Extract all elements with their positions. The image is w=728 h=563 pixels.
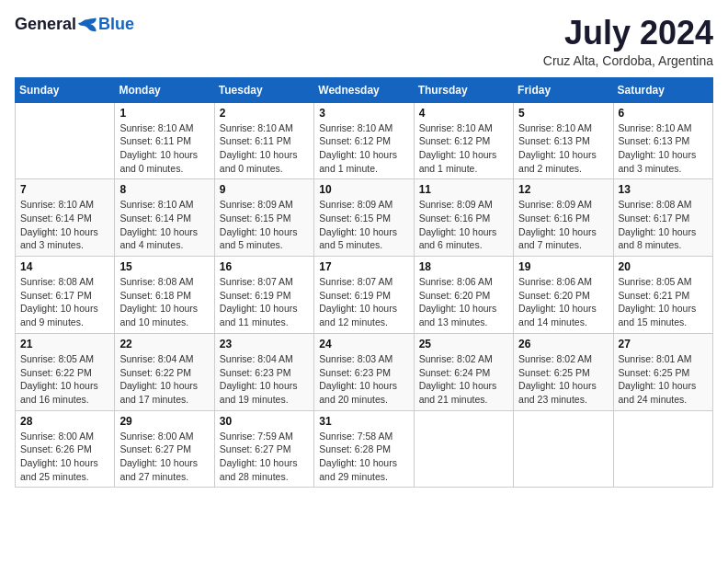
calendar-cell: 11Sunrise: 8:09 AMSunset: 6:16 PMDayligh… xyxy=(414,179,513,257)
calendar-cell: 28Sunrise: 8:00 AMSunset: 6:26 PMDayligh… xyxy=(16,410,115,488)
calendar-cell: 25Sunrise: 8:02 AMSunset: 6:24 PMDayligh… xyxy=(414,333,513,410)
header-friday: Friday xyxy=(514,77,613,102)
day-number: 22 xyxy=(119,338,209,350)
day-info: Sunrise: 8:08 AMSunset: 6:17 PMDaylight:… xyxy=(619,198,708,252)
day-info: Sunrise: 8:04 AMSunset: 6:23 PMDaylight:… xyxy=(220,352,309,407)
calendar-cell: 17Sunrise: 8:07 AMSunset: 6:19 PMDayligh… xyxy=(314,257,414,334)
header-thursday: Thursday xyxy=(414,77,513,102)
calendar-header-row: SundayMondayTuesdayWednesdayThursdayFrid… xyxy=(16,77,713,102)
calendar-cell: 15Sunrise: 8:08 AMSunset: 6:18 PMDayligh… xyxy=(115,257,214,334)
day-info: Sunrise: 8:08 AMSunset: 6:17 PMDaylight:… xyxy=(20,275,109,329)
calendar-cell: 14Sunrise: 8:08 AMSunset: 6:17 PMDayligh… xyxy=(16,257,115,334)
day-number: 17 xyxy=(319,260,408,273)
calendar-week-row: 28Sunrise: 8:00 AMSunset: 6:26 PMDayligh… xyxy=(16,410,713,488)
calendar-table: SundayMondayTuesdayWednesdayThursdayFrid… xyxy=(15,77,713,488)
calendar-cell xyxy=(414,410,513,488)
calendar-cell: 26Sunrise: 8:02 AMSunset: 6:25 PMDayligh… xyxy=(514,333,613,410)
day-number: 7 xyxy=(20,183,109,196)
logo-blue-text: Blue xyxy=(98,15,134,34)
day-number: 21 xyxy=(20,338,109,350)
day-number: 14 xyxy=(20,260,109,273)
calendar-cell: 10Sunrise: 8:09 AMSunset: 6:15 PMDayligh… xyxy=(314,179,414,257)
calendar-cell: 31Sunrise: 7:58 AMSunset: 6:28 PMDayligh… xyxy=(314,410,414,488)
day-info: Sunrise: 8:03 AMSunset: 6:23 PMDaylight:… xyxy=(319,352,408,407)
calendar-week-row: 21Sunrise: 8:05 AMSunset: 6:22 PMDayligh… xyxy=(16,333,713,410)
day-number: 8 xyxy=(119,183,209,196)
title-area: July 2024 Cruz Alta, Cordoba, Argentina xyxy=(543,15,713,68)
calendar-week-row: 7Sunrise: 8:10 AMSunset: 6:14 PMDaylight… xyxy=(16,179,713,257)
day-info: Sunrise: 8:10 AMSunset: 6:13 PMDaylight:… xyxy=(619,121,708,176)
day-info: Sunrise: 8:07 AMSunset: 6:19 PMDaylight:… xyxy=(220,275,309,329)
day-info: Sunrise: 8:10 AMSunset: 6:11 PMDaylight:… xyxy=(119,121,209,176)
day-info: Sunrise: 8:10 AMSunset: 6:12 PMDaylight:… xyxy=(319,121,408,176)
day-info: Sunrise: 8:02 AMSunset: 6:25 PMDaylight:… xyxy=(518,352,608,407)
day-info: Sunrise: 8:02 AMSunset: 6:24 PMDaylight:… xyxy=(419,352,508,407)
calendar-cell xyxy=(613,410,712,488)
day-info: Sunrise: 8:06 AMSunset: 6:20 PMDaylight:… xyxy=(518,275,608,329)
day-info: Sunrise: 7:58 AMSunset: 6:28 PMDaylight:… xyxy=(319,430,408,484)
calendar-cell: 13Sunrise: 8:08 AMSunset: 6:17 PMDayligh… xyxy=(613,179,712,257)
day-info: Sunrise: 8:00 AMSunset: 6:26 PMDaylight:… xyxy=(20,430,109,484)
day-info: Sunrise: 8:04 AMSunset: 6:22 PMDaylight:… xyxy=(119,352,209,407)
day-number: 31 xyxy=(319,415,408,428)
day-number: 24 xyxy=(319,338,408,350)
day-info: Sunrise: 8:08 AMSunset: 6:18 PMDaylight:… xyxy=(119,275,209,329)
location-title: Cruz Alta, Cordoba, Argentina xyxy=(543,53,713,68)
day-info: Sunrise: 8:07 AMSunset: 6:19 PMDaylight:… xyxy=(319,275,408,329)
day-number: 5 xyxy=(518,107,608,120)
header-wednesday: Wednesday xyxy=(314,77,414,102)
day-number: 20 xyxy=(619,260,708,273)
day-number: 1 xyxy=(119,107,209,120)
day-number: 12 xyxy=(518,183,608,196)
header-monday: Monday xyxy=(115,77,214,102)
calendar-week-row: 14Sunrise: 8:08 AMSunset: 6:17 PMDayligh… xyxy=(16,257,713,334)
day-info: Sunrise: 8:01 AMSunset: 6:25 PMDaylight:… xyxy=(619,352,708,407)
logo-general-text: General xyxy=(15,15,76,34)
calendar-cell: 7Sunrise: 8:10 AMSunset: 6:14 PMDaylight… xyxy=(16,179,115,257)
header-sunday: Sunday xyxy=(16,77,115,102)
day-number: 10 xyxy=(319,183,408,196)
month-title: July 2024 xyxy=(543,15,713,52)
day-number: 27 xyxy=(619,338,708,350)
day-number: 6 xyxy=(619,107,708,120)
day-info: Sunrise: 8:00 AMSunset: 6:27 PMDaylight:… xyxy=(119,430,209,484)
day-number: 11 xyxy=(419,183,508,196)
day-number: 16 xyxy=(220,260,309,273)
header-saturday: Saturday xyxy=(613,77,712,102)
day-info: Sunrise: 8:10 AMSunset: 6:14 PMDaylight:… xyxy=(20,198,109,252)
day-number: 4 xyxy=(419,107,508,120)
calendar-cell: 30Sunrise: 7:59 AMSunset: 6:27 PMDayligh… xyxy=(214,410,313,488)
calendar-cell: 1Sunrise: 8:10 AMSunset: 6:11 PMDaylight… xyxy=(115,102,214,179)
day-number: 9 xyxy=(220,183,309,196)
day-info: Sunrise: 8:10 AMSunset: 6:12 PMDaylight:… xyxy=(419,121,508,176)
day-info: Sunrise: 7:59 AMSunset: 6:27 PMDaylight:… xyxy=(220,430,309,484)
calendar-cell: 27Sunrise: 8:01 AMSunset: 6:25 PMDayligh… xyxy=(613,333,712,410)
logo: General Blue xyxy=(15,15,134,34)
calendar-cell: 3Sunrise: 8:10 AMSunset: 6:12 PMDaylight… xyxy=(314,102,414,179)
day-info: Sunrise: 8:09 AMSunset: 6:16 PMDaylight:… xyxy=(518,198,608,252)
day-info: Sunrise: 8:06 AMSunset: 6:20 PMDaylight:… xyxy=(419,275,508,329)
day-number: 3 xyxy=(319,107,408,120)
day-number: 2 xyxy=(220,107,309,120)
calendar-cell: 16Sunrise: 8:07 AMSunset: 6:19 PMDayligh… xyxy=(214,257,313,334)
calendar-cell: 20Sunrise: 8:05 AMSunset: 6:21 PMDayligh… xyxy=(613,257,712,334)
calendar-cell: 8Sunrise: 8:10 AMSunset: 6:14 PMDaylight… xyxy=(115,179,214,257)
logo-bird-icon xyxy=(77,17,97,33)
calendar-cell: 12Sunrise: 8:09 AMSunset: 6:16 PMDayligh… xyxy=(514,179,613,257)
calendar-cell: 6Sunrise: 8:10 AMSunset: 6:13 PMDaylight… xyxy=(613,102,712,179)
calendar-cell: 24Sunrise: 8:03 AMSunset: 6:23 PMDayligh… xyxy=(314,333,414,410)
day-info: Sunrise: 8:09 AMSunset: 6:15 PMDaylight:… xyxy=(220,198,309,252)
day-number: 26 xyxy=(518,338,608,350)
day-info: Sunrise: 8:10 AMSunset: 6:14 PMDaylight:… xyxy=(119,198,209,252)
calendar-cell: 9Sunrise: 8:09 AMSunset: 6:15 PMDaylight… xyxy=(214,179,313,257)
calendar-cell: 22Sunrise: 8:04 AMSunset: 6:22 PMDayligh… xyxy=(115,333,214,410)
calendar-cell: 21Sunrise: 8:05 AMSunset: 6:22 PMDayligh… xyxy=(16,333,115,410)
calendar-cell xyxy=(16,102,115,179)
calendar-cell: 2Sunrise: 8:10 AMSunset: 6:11 PMDaylight… xyxy=(214,102,313,179)
day-info: Sunrise: 8:05 AMSunset: 6:21 PMDaylight:… xyxy=(619,275,708,329)
calendar-cell: 29Sunrise: 8:00 AMSunset: 6:27 PMDayligh… xyxy=(115,410,214,488)
calendar-cell: 18Sunrise: 8:06 AMSunset: 6:20 PMDayligh… xyxy=(414,257,513,334)
day-info: Sunrise: 8:09 AMSunset: 6:15 PMDaylight:… xyxy=(319,198,408,252)
calendar-cell xyxy=(514,410,613,488)
page-header: General Blue July 2024 Cruz Alta, Cordob… xyxy=(15,15,713,68)
